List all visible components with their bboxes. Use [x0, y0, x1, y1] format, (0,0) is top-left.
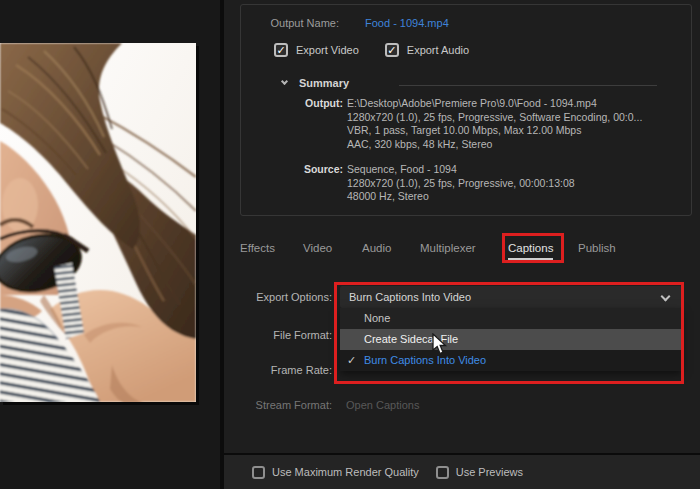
- output-name-link[interactable]: Food - 1094.mp4: [365, 17, 449, 29]
- output-name-label: Output Name:: [241, 17, 339, 29]
- export-video-checkbox[interactable]: ✓ Export Video: [274, 43, 359, 57]
- export-options-label: Export Options:: [224, 291, 332, 303]
- tab-multiplexer[interactable]: Multiplexer: [420, 242, 476, 254]
- check-icon: ✓: [347, 350, 356, 371]
- checkbox-unchecked-icon[interactable]: [436, 466, 449, 479]
- export-options-value: Burn Captions Into Video: [349, 291, 471, 303]
- output-detail-line: 1280x720 (1.0), 25 fps, Progressive, Sof…: [347, 111, 691, 125]
- use-previews-checkbox[interactable]: Use Previews: [436, 466, 523, 479]
- summary-divider: [399, 85, 657, 86]
- use-max-render-quality-label: Use Maximum Render Quality: [272, 466, 419, 478]
- summary-title[interactable]: Summary: [299, 77, 349, 89]
- use-max-render-quality-checkbox[interactable]: Use Maximum Render Quality: [252, 466, 419, 479]
- video-preview-frame: [0, 43, 196, 402]
- source-detail-line: 1280x720 (1.0), 25 fps, Progressive, 00:…: [347, 177, 691, 191]
- stream-format-value: Open Captions: [346, 399, 419, 411]
- use-previews-label: Use Previews: [456, 466, 523, 478]
- chevron-down-icon: [661, 292, 671, 302]
- tab-captions[interactable]: Captions: [508, 242, 553, 260]
- menu-item-burn-captions-label: Burn Captions Into Video: [364, 354, 486, 366]
- menu-item-create-sidecar-file[interactable]: Create Sidecar File: [340, 329, 682, 350]
- tab-publish[interactable]: Publish: [578, 242, 616, 254]
- source-detail-line: 48000 Hz, Stereo: [347, 190, 691, 204]
- summary-output-label: Output:: [241, 97, 343, 109]
- checkbox-unchecked-icon[interactable]: [252, 466, 265, 479]
- summary-source-details: Sequence, Food - 1094 1280x720 (1.0), 25…: [347, 163, 691, 204]
- stream-format-label: Stream Format:: [224, 399, 332, 411]
- file-format-label: File Format:: [224, 329, 332, 341]
- summary-output-details: E:\Desktop\Adobe\Premiere Pro\9.0\Food -…: [347, 97, 691, 151]
- chevron-down-icon[interactable]: [281, 78, 288, 85]
- frame-rate-label: Frame Rate:: [224, 364, 332, 376]
- menu-item-burn-captions[interactable]: ✓ Burn Captions Into Video: [340, 350, 682, 371]
- checkbox-checked-icon[interactable]: ✓: [385, 43, 399, 57]
- export-settings-dialog: Output Name: Food - 1094.mp4 ✓ Export Vi…: [0, 0, 700, 489]
- tab-effects[interactable]: Effects: [240, 242, 275, 254]
- export-settings-pane: Output Name: Food - 1094.mp4 ✓ Export Vi…: [224, 0, 700, 489]
- preview-pane: [0, 0, 220, 489]
- checkbox-checked-icon[interactable]: ✓: [274, 43, 288, 57]
- export-audio-label: Export Audio: [407, 44, 469, 56]
- export-video-label: Export Video: [296, 44, 359, 56]
- export-audio-checkbox[interactable]: ✓ Export Audio: [385, 43, 469, 57]
- footer-bar: Use Maximum Render Quality Use Previews: [224, 455, 700, 489]
- export-options-menu: None Create Sidecar File ✓ Burn Captions…: [340, 308, 682, 371]
- tab-video[interactable]: Video: [303, 242, 332, 254]
- menu-item-none[interactable]: None: [340, 308, 682, 329]
- preview-image-woman-sunglasses: [0, 43, 196, 402]
- output-detail-line: VBR, 1 pass, Target 10.00 Mbps, Max 12.0…: [347, 124, 691, 138]
- summary-source-label: Source:: [241, 163, 343, 175]
- tab-audio[interactable]: Audio: [362, 242, 391, 254]
- output-detail-line: AAC, 320 kbps, 48 kHz, Stereo: [347, 138, 691, 152]
- output-detail-line: E:\Desktop\Adobe\Premiere Pro\9.0\Food -…: [347, 97, 691, 111]
- source-detail-line: Sequence, Food - 1094: [347, 163, 691, 177]
- export-options-dropdown[interactable]: Burn Captions Into Video: [340, 286, 682, 308]
- summary-section: Output Name: Food - 1094.mp4 ✓ Export Vi…: [240, 4, 692, 216]
